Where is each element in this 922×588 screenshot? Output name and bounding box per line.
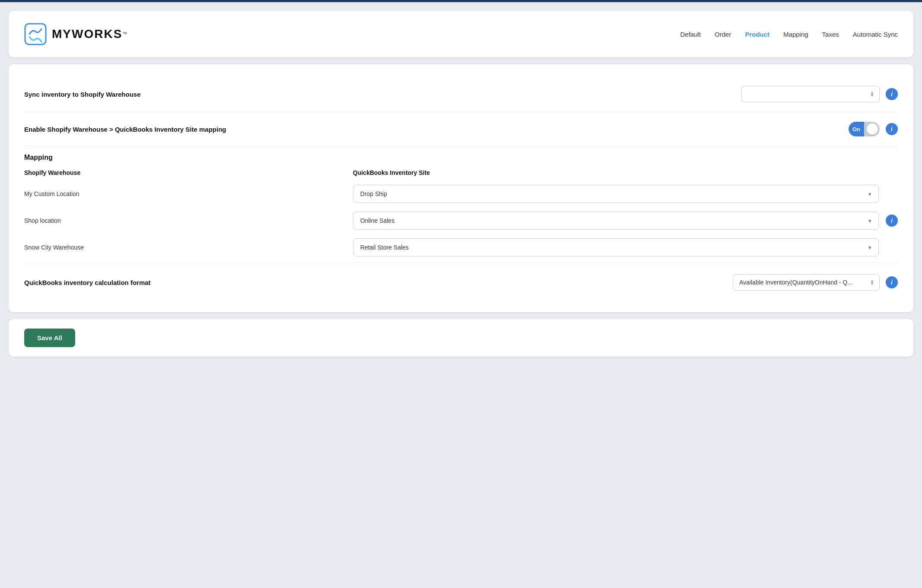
mapping-row-2: Snow City Warehouse Retail Store Sales ▾ xyxy=(24,234,898,261)
nav-default[interactable]: Default xyxy=(680,31,701,38)
mapping-dropdown-box-2[interactable]: Retail Store Sales ▾ xyxy=(353,238,879,256)
mapping-info-col-1: i xyxy=(879,215,898,227)
mapping-info-icon-1[interactable]: i xyxy=(886,215,898,227)
inventory-calc-row: QuickBooks inventory calculation format … xyxy=(24,265,898,300)
inventory-calc-select[interactable]: Available Inventory(QuantityOnHand - Q..… xyxy=(733,274,880,291)
sync-inventory-control: ⇕ i xyxy=(741,86,898,102)
svg-rect-0 xyxy=(24,23,47,45)
inventory-calc-info-icon[interactable]: i xyxy=(886,276,898,288)
mapping-location-1: Shop location xyxy=(24,217,353,224)
inventory-calc-control: Available Inventory(QuantityOnHand - Q..… xyxy=(733,274,898,291)
enable-mapping-control: On i xyxy=(849,122,898,136)
sync-inventory-info-icon[interactable]: i xyxy=(886,88,898,100)
nav-taxes[interactable]: Taxes xyxy=(822,31,839,38)
qb-inventory-site-col-header: QuickBooks Inventory Site xyxy=(353,169,879,176)
mapping-dropdown-chevron-1: ▾ xyxy=(868,218,871,224)
inventory-calc-select-wrapper: Available Inventory(QuantityOnHand - Q..… xyxy=(733,274,880,291)
mapping-row-1: Shop location Online Sales ▾ i xyxy=(24,207,898,234)
top-bar xyxy=(0,0,922,2)
mapping-dropdown-0: Drop Ship ▾ xyxy=(353,185,879,203)
sync-inventory-select-wrapper: ⇕ xyxy=(741,86,880,102)
inventory-calc-label: QuickBooks inventory calculation format xyxy=(24,279,733,286)
nav-mapping[interactable]: Mapping xyxy=(783,31,808,38)
logo-area: MYWORKS™ xyxy=(24,23,127,45)
mapping-dropdown-2: Retail Store Sales ▾ xyxy=(353,238,879,256)
mapping-dropdown-box-0[interactable]: Drop Ship ▾ xyxy=(353,185,879,203)
logo-icon xyxy=(24,23,47,45)
mapping-title: Mapping xyxy=(24,154,898,161)
enable-mapping-info-icon[interactable]: i xyxy=(886,123,898,135)
main-nav: Default Order Product Mapping Taxes Auto… xyxy=(680,31,898,38)
sync-inventory-label: Sync inventory to Shopify Warehouse xyxy=(24,91,741,98)
nav-order[interactable]: Order xyxy=(715,31,731,38)
nav-automatic-sync[interactable]: Automatic Sync xyxy=(853,31,898,38)
mapping-dropdown-box-1[interactable]: Online Sales ▾ xyxy=(353,212,879,230)
mapping-section: Mapping Shopify Warehouse QuickBooks Inv… xyxy=(24,150,898,261)
header: MYWORKS™ Default Order Product Mapping T… xyxy=(24,23,898,45)
logo-text: MYWORKS™ xyxy=(52,27,127,41)
mapping-dropdown-1: Online Sales ▾ xyxy=(353,212,879,230)
toggle-on-label: On xyxy=(849,122,864,136)
mapping-dropdown-value-0: Drop Ship xyxy=(360,190,387,197)
save-all-button[interactable]: Save All xyxy=(24,329,75,347)
enable-mapping-toggle[interactable]: On xyxy=(849,122,880,136)
enable-mapping-row: Enable Shopify Warehouse > QuickBooks In… xyxy=(24,112,898,146)
mapping-row-0: My Custom Location Drop Ship ▾ xyxy=(24,180,898,207)
divider-calc xyxy=(24,262,898,263)
mapping-dropdown-value-1: Online Sales xyxy=(360,217,394,224)
mapping-location-2: Snow City Warehouse xyxy=(24,244,353,251)
sync-inventory-select[interactable] xyxy=(741,86,880,102)
enable-mapping-label: Enable Shopify Warehouse > QuickBooks In… xyxy=(24,126,849,133)
toggle-wrapper: On xyxy=(849,122,880,136)
sync-inventory-row: Sync inventory to Shopify Warehouse ⇕ i xyxy=(24,76,898,112)
save-card: Save All xyxy=(9,319,913,357)
mapping-location-0: My Custom Location xyxy=(24,190,353,197)
header-card: MYWORKS™ Default Order Product Mapping T… xyxy=(9,11,913,57)
divider-mapping xyxy=(24,148,898,149)
mapping-dropdown-value-2: Retail Store Sales xyxy=(360,244,409,251)
mapping-dropdown-chevron-0: ▾ xyxy=(868,191,871,197)
toggle-thumb xyxy=(867,123,878,135)
main-card: Sync inventory to Shopify Warehouse ⇕ i … xyxy=(9,64,913,312)
mapping-header: Shopify Warehouse QuickBooks Inventory S… xyxy=(24,169,898,176)
mapping-dropdown-chevron-2: ▾ xyxy=(868,244,871,251)
nav-product[interactable]: Product xyxy=(745,31,769,38)
shopify-warehouse-col-header: Shopify Warehouse xyxy=(24,169,353,176)
